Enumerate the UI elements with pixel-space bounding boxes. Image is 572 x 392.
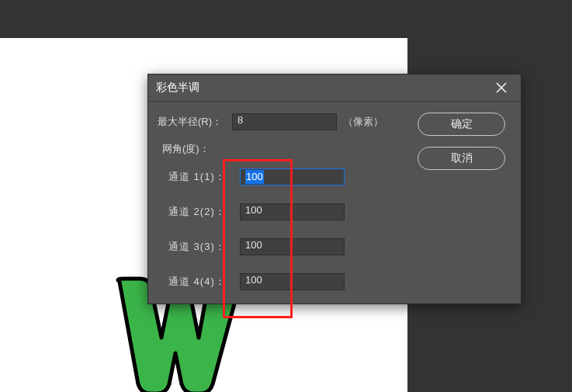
pixel-unit-label: （像素） (343, 115, 383, 129)
cancel-button[interactable]: 取消 (418, 147, 505, 170)
channel-4-input[interactable]: 100 (240, 273, 345, 290)
channel-2-label: 通道 2(2)： (154, 205, 240, 219)
dialog-titlebar[interactable]: 彩色半调 (148, 75, 521, 102)
channel-3-input[interactable]: 100 (240, 238, 345, 255)
close-icon (496, 82, 507, 93)
dialog-body: 最大半径(R)： 8 （像素） 网角(度)： 通道 1(1)： 100 通道 2… (148, 102, 521, 304)
channel-1-input[interactable]: 100 (240, 168, 345, 186)
channel-4-label: 通道 4(4)： (154, 275, 240, 289)
channel-3-label: 通道 3(3)： (154, 240, 240, 254)
channel-2-input[interactable]: 100 (240, 203, 345, 220)
ok-button[interactable]: 确定 (418, 113, 505, 136)
color-halftone-dialog: 彩色半调 最大半径(R)： 8 （像素） 网角(度)： 通道 1(1)： 100… (147, 74, 522, 304)
max-radius-input[interactable]: 8 (232, 113, 337, 130)
dialog-title: 彩色半调 (156, 81, 490, 95)
close-button[interactable] (490, 76, 513, 99)
max-radius-label: 最大半径(R)： (154, 115, 232, 129)
channel-1-label: 通道 1(1)： (154, 170, 240, 184)
